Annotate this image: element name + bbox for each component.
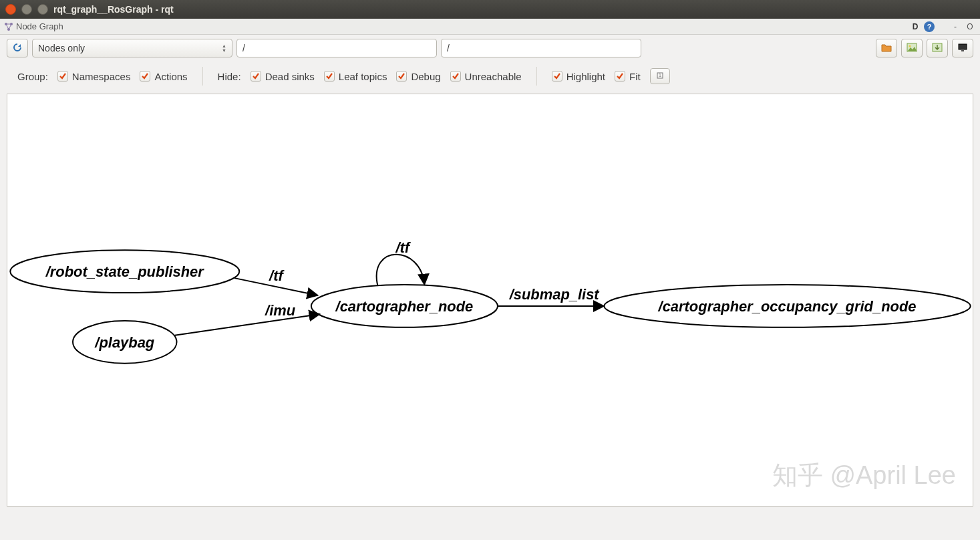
close-icon[interactable] xyxy=(5,4,16,15)
node-graph-icon xyxy=(4,22,13,31)
view-button[interactable] xyxy=(952,39,973,57)
checkbox-icon xyxy=(615,71,625,82)
checkbox-label: Debug xyxy=(411,71,440,82)
checkbox-fit[interactable]: Fit xyxy=(615,71,641,82)
chevron-updown-icon: ▲▼ xyxy=(222,43,226,53)
dock-title: Node Graph xyxy=(16,21,63,31)
checkbox-icon xyxy=(450,71,461,82)
node-label: /cartographer_occupancy_grid_node xyxy=(658,298,917,315)
edge-label: /tf xyxy=(395,239,411,256)
checkbox-label: Dead sinks xyxy=(265,71,315,82)
checkbox-icon xyxy=(396,71,407,82)
node-filter-combo[interactable]: Nodes only ▲▼ xyxy=(32,39,232,57)
checkbox-icon xyxy=(251,71,261,82)
edge-imu xyxy=(175,314,320,335)
folder-icon xyxy=(881,43,892,54)
save-image-button[interactable] xyxy=(901,39,923,57)
edge-label: /imu xyxy=(265,302,295,319)
checkbox-unreachable[interactable]: Unreachable xyxy=(450,71,522,82)
checkbox-icon xyxy=(324,71,335,82)
edge-label: /submap_list xyxy=(509,286,601,303)
dock-float-button[interactable]: O xyxy=(964,21,976,33)
topic-filter-input[interactable] xyxy=(441,39,641,57)
toolbar: Nodes only ▲▼ xyxy=(0,35,980,61)
minimize-icon[interactable] xyxy=(21,4,32,15)
window-titlebar: rqt_graph__RosGraph - rqt xyxy=(0,0,980,19)
help-icon[interactable]: ? xyxy=(924,21,935,32)
svg-text:1: 1 xyxy=(659,73,661,78)
refresh-button[interactable] xyxy=(7,39,28,57)
svg-point-4 xyxy=(909,45,911,47)
hide-label: Hide: xyxy=(218,71,241,82)
dock-header: Node Graph D ? - O xyxy=(0,19,980,35)
load-dot-icon xyxy=(932,43,943,54)
save-image-icon xyxy=(907,43,917,54)
checkbox-label: Actions xyxy=(154,71,187,82)
separator xyxy=(202,67,203,86)
checkbox-icon xyxy=(140,71,150,82)
zoom-button[interactable]: 1 xyxy=(650,68,670,84)
maximize-icon[interactable] xyxy=(37,4,48,15)
options-bar: Group: Namespaces Actions Hide: Dead sin… xyxy=(0,61,980,94)
checkbox-leaf-topics[interactable]: Leaf topics xyxy=(324,71,387,82)
zoom-icon: 1 xyxy=(655,71,665,82)
edge-tf-self xyxy=(377,255,425,286)
dperspective-button[interactable]: D xyxy=(909,21,921,33)
svg-rect-6 xyxy=(959,44,967,49)
checkbox-label: Unreachable xyxy=(465,71,522,82)
checkbox-label: Namespaces xyxy=(72,71,131,82)
monitor-icon xyxy=(957,43,968,54)
checkbox-actions[interactable]: Actions xyxy=(140,71,187,82)
separator xyxy=(536,67,537,86)
checkbox-namespaces[interactable]: Namespaces xyxy=(57,71,131,82)
node-label: /playbag xyxy=(94,334,154,351)
ros-graph-svg: /robot_state_publisher /playbag /cartogr… xyxy=(7,94,973,506)
combo-selected-label: Nodes only xyxy=(38,43,85,53)
group-label: Group: xyxy=(17,71,48,82)
refresh-icon xyxy=(12,42,23,55)
checkbox-debug[interactable]: Debug xyxy=(396,71,440,82)
checkbox-label: Fit xyxy=(629,71,641,82)
checkbox-label: Leaf topics xyxy=(339,71,387,82)
graph-canvas[interactable]: /robot_state_publisher /playbag /cartogr… xyxy=(7,94,973,507)
window-title: rqt_graph__RosGraph - rqt xyxy=(53,4,174,15)
checkbox-icon xyxy=(552,71,562,82)
checkbox-icon xyxy=(57,71,68,82)
node-label: /robot_state_publisher xyxy=(45,263,205,280)
svg-rect-7 xyxy=(961,50,964,51)
checkbox-highlight[interactable]: Highlight xyxy=(552,71,605,82)
open-file-button[interactable] xyxy=(876,39,897,57)
checkbox-label: Highlight xyxy=(566,71,605,82)
node-label: /cartographer_node xyxy=(335,298,474,315)
checkbox-dead-sinks[interactable]: Dead sinks xyxy=(251,71,315,82)
dock-minimize-button[interactable]: - xyxy=(949,21,961,33)
node-filter-input[interactable] xyxy=(236,39,437,57)
load-dot-button[interactable] xyxy=(927,39,948,57)
edge-label: /tf xyxy=(269,267,285,284)
